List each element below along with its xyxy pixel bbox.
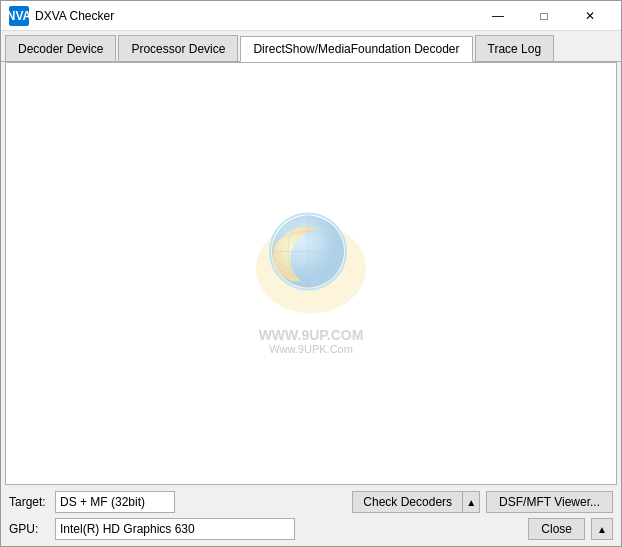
scroll-up-button[interactable]: ▲	[591, 518, 613, 540]
watermark: WWW.9UP.COM Www.9UPK.Com	[246, 193, 376, 354]
maximize-button[interactable]: □	[521, 1, 567, 31]
title-bar: NVA DXVA Checker — □ ✕	[1, 1, 621, 31]
tab-bar: Decoder Device Processor Device DirectSh…	[1, 31, 621, 62]
gpu-dropdown[interactable]: Intel(R) HD Graphics 630	[55, 518, 295, 540]
main-window: NVA DXVA Checker — □ ✕ Decoder Device Pr…	[0, 0, 622, 547]
bottom-bar: Target: DS + MF (32bit) Check Decoders ▲…	[1, 485, 621, 546]
target-dropdown[interactable]: DS + MF (32bit)	[55, 491, 175, 513]
gpu-row: GPU: Intel(R) HD Graphics 630 Close ▲	[9, 518, 613, 540]
minimize-button[interactable]: —	[475, 1, 521, 31]
window-controls: — □ ✕	[475, 1, 613, 31]
svg-point-2	[272, 215, 344, 287]
tab-directshow[interactable]: DirectShow/MediaFoundation Decoder	[240, 36, 472, 62]
content-area: WWW.9UP.COM Www.9UPK.Com	[5, 62, 617, 485]
check-decoders-group: Check Decoders ▲	[352, 491, 480, 513]
watermark-text: WWW.9UP.COM	[246, 326, 376, 342]
svg-point-3	[272, 231, 344, 271]
dsf-mft-viewer-button[interactable]: DSF/MFT Viewer...	[486, 491, 613, 513]
tab-processor-device[interactable]: Processor Device	[118, 35, 238, 61]
svg-point-1	[270, 213, 346, 289]
app-logo: NVA	[9, 6, 29, 26]
check-decoders-button[interactable]: Check Decoders	[352, 491, 462, 513]
tab-trace-log[interactable]: Trace Log	[475, 35, 555, 61]
tab-decoder-device[interactable]: Decoder Device	[5, 35, 116, 61]
window-title: DXVA Checker	[35, 9, 475, 23]
target-row: Target: DS + MF (32bit) Check Decoders ▲…	[9, 491, 613, 513]
close-window-button[interactable]: ✕	[567, 1, 613, 31]
svg-point-4	[288, 215, 328, 287]
close-button[interactable]: Close	[528, 518, 585, 540]
watermark-url: Www.9UPK.Com	[246, 342, 376, 354]
gpu-label: GPU:	[9, 522, 49, 536]
check-decoders-dropdown-arrow[interactable]: ▲	[462, 491, 480, 513]
target-label: Target:	[9, 495, 49, 509]
svg-point-0	[256, 223, 366, 313]
